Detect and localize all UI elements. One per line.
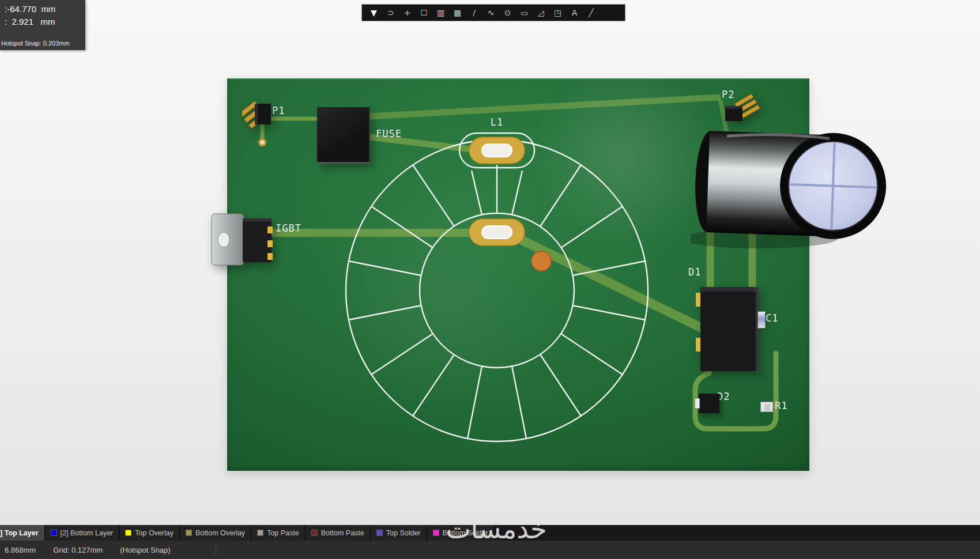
layer-tab-top-overlay[interactable]: Top Overlay	[119, 525, 180, 541]
status-cursor-position: 6.868mm	[5, 546, 36, 554]
top-solder-color-swatch	[376, 530, 383, 536]
pcb-editor-screen: :-64.770 mm : 2.921 mm Hotspot Snap: 0.2…	[0, 0, 980, 559]
layer-tab-label: Top Overlay	[135, 529, 174, 537]
layer-tab-top-solder[interactable]: Top Solder	[371, 525, 427, 541]
layer-tab-top-layer[interactable]: [1] Top Layer	[0, 525, 45, 541]
line-tool-icon[interactable]: ╱	[583, 5, 600, 21]
layer-tab-label: Top Solder	[386, 529, 421, 537]
select-region-icon[interactable]: ☐	[416, 5, 432, 21]
coordinate-overlay: :-64.770 mm : 2.921 mm Hotspot Snap: 0.2…	[0, 0, 85, 50]
status-bar: 6.868mm Grid: 0.127mm (Hotspot Snap)	[0, 541, 980, 559]
layer-tab-bottom-solder[interactable]: Bottom Solder	[427, 525, 495, 541]
signal-tune-icon[interactable]: ∿	[483, 5, 499, 21]
layer-tab-label: Top Paste	[267, 529, 299, 537]
diode-d2[interactable]	[699, 394, 719, 413]
mounting-hole	[218, 232, 229, 247]
layer-tab-label: Bottom Solder	[443, 529, 488, 537]
layer-tab-label: Bottom Overlay	[195, 529, 245, 537]
capacitor-c2[interactable]	[691, 120, 892, 258]
igbt-component[interactable]	[209, 212, 276, 270]
status-separator	[216, 543, 216, 556]
status-snap-mode: (Hotspot Snap)	[120, 546, 170, 554]
designator-r1: R1	[775, 400, 787, 411]
origin-marker-icon[interactable]: ⊙	[499, 5, 516, 21]
d2-pad	[695, 398, 700, 409]
bottom-overlay-color-swatch	[186, 530, 192, 536]
layer-tab-bottom-layer[interactable]: [2] Bottom Layer	[45, 525, 120, 541]
designator-igbt: IGBT	[276, 222, 301, 234]
net-highlight-icon[interactable]: ⊃	[382, 5, 399, 21]
l1-footprint-silkscreen	[346, 133, 648, 441]
capacitor-c1[interactable]	[757, 311, 766, 328]
toolbar: ▼⊃+☐▥▦∕∿⊙▭◿◳A╱	[361, 4, 625, 21]
pad-icon[interactable]: ▭	[516, 5, 533, 21]
layer-bar: [1] Top Layer[2] Bottom LayerTop Overlay…	[0, 525, 980, 541]
layer-tab-bottom-overlay[interactable]: Bottom Overlay	[180, 525, 251, 541]
measure-icon[interactable]: ◿	[533, 5, 549, 21]
layer-tab-label: Bottom Paste	[321, 529, 364, 537]
designator-d1: D1	[688, 266, 701, 278]
crosshair-icon[interactable]: +	[399, 5, 416, 21]
top-paste-color-swatch	[257, 530, 263, 536]
fuse-component[interactable]	[317, 107, 370, 164]
cursor-x-readout: :-64.770 mm	[5, 3, 81, 16]
copper-pad[interactable]	[532, 251, 551, 271]
layer-tabs: [1] Top Layer[2] Bottom LayerTop Overlay…	[0, 525, 495, 541]
bottom-paste-color-swatch	[311, 530, 318, 536]
layer-tab-top-paste[interactable]: Top Paste	[251, 525, 306, 541]
resistor-r1[interactable]	[760, 402, 773, 412]
layer-tab-bottom-paste[interactable]: Bottom Paste	[306, 525, 371, 541]
bottom-layer-color-swatch	[51, 530, 57, 536]
hotspot-snap-readout: Hotspot Snap: 0.203mm	[1, 39, 70, 48]
bottom-solder-color-swatch	[433, 530, 439, 536]
connector-p1[interactable]	[242, 91, 279, 128]
layer-tab-label: [2] Bottom Layer	[61, 529, 114, 537]
layer-tab-label: [1] Top Layer	[0, 529, 39, 537]
designator-l1: L1	[484, 116, 510, 128]
text-tool-icon[interactable]: A	[566, 5, 583, 21]
graph-region-icon[interactable]: ◳	[549, 5, 566, 21]
filter-icon[interactable]: ▼	[365, 5, 382, 21]
toolbar-icons: ▼⊃+☐▥▦∕∿⊙▭◿◳A╱	[365, 5, 600, 21]
board-insight-icon[interactable]: ▥	[432, 5, 449, 21]
cursor-y-readout: : 2.921 mm	[5, 16, 81, 28]
status-grid: Grid: 0.127mm	[53, 546, 103, 554]
diode-d1[interactable]	[695, 284, 766, 376]
designator-c1: C1	[766, 312, 778, 324]
designator-fuse: FUSE	[376, 128, 402, 139]
top-overlay-color-swatch	[125, 530, 131, 536]
layer-stack-icon[interactable]: ▦	[449, 5, 466, 21]
interactive-route-icon[interactable]: ∕	[466, 5, 483, 21]
